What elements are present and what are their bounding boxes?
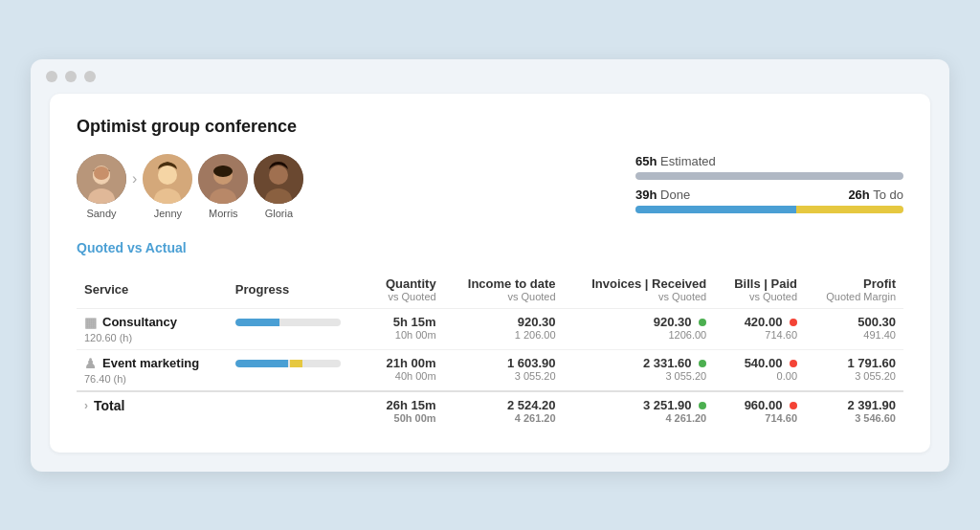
service-cell-marketing: ♟ Event marketing 76.40 (h) bbox=[77, 349, 228, 391]
invoices-dot-marketing bbox=[699, 360, 706, 367]
table-row: ♟ Event marketing 76.40 (h) 21h 00m 4 bbox=[77, 349, 903, 391]
col-quantity: Quantity vs Quoted bbox=[368, 271, 444, 309]
page-title: Optimist group conference bbox=[77, 117, 903, 137]
total-progress-cell bbox=[228, 391, 368, 430]
profit-cell-marketing: 1 791.60 3 055.20 bbox=[805, 349, 903, 391]
estimated-label: 65h Estimated bbox=[635, 154, 903, 168]
quantity-cell-marketing: 21h 00m 40h 00m bbox=[368, 349, 444, 391]
invoices-dot-consultancy bbox=[699, 319, 706, 326]
marketing-progress-bar bbox=[235, 360, 341, 367]
avatar-gloria[interactable] bbox=[254, 154, 303, 204]
marketing-bar-yellow bbox=[290, 360, 302, 367]
col-progress: Progress bbox=[228, 271, 368, 309]
quantity-cell-consultancy: 5h 15m 10h 00m bbox=[368, 308, 444, 349]
avatar-item-jenny: Jenny bbox=[143, 154, 192, 219]
total-profit-cell: 2 391.90 3 546.60 bbox=[805, 391, 903, 430]
total-invoices-dot bbox=[699, 402, 706, 409]
col-income: Income to date vs Quoted bbox=[444, 271, 564, 309]
app-window: Optimist group conference bbox=[31, 59, 949, 472]
total-bills-cell: 960.00 714.60 bbox=[714, 391, 805, 430]
bills-cell-consultancy: 420.00 714.60 bbox=[714, 308, 805, 349]
estimated-bar-fill bbox=[635, 172, 903, 180]
avatar-name-gloria: Gloria bbox=[265, 208, 293, 219]
avatar-name-jenny: Jenny bbox=[154, 208, 182, 219]
total-bills-dot bbox=[790, 402, 797, 409]
avatar-group: Sandy › Jenny bbox=[77, 154, 303, 219]
top-section: Sandy › Jenny bbox=[77, 154, 903, 219]
team-chevron: › bbox=[132, 170, 137, 188]
team-section: Sandy › Jenny bbox=[77, 154, 303, 219]
estimated-row: 65h Estimated bbox=[635, 154, 903, 180]
consultancy-icon: ▦ bbox=[84, 315, 97, 330]
profit-cell-consultancy: 500.30 491.40 bbox=[805, 308, 903, 349]
done-bar-fill bbox=[635, 206, 796, 213]
svg-point-13 bbox=[269, 166, 288, 185]
col-service: Service bbox=[77, 271, 228, 309]
total-invoices-cell: 3 251.90 4 261.20 bbox=[564, 391, 715, 430]
col-bills: Bills | Paid vs Quoted bbox=[714, 271, 805, 309]
avatar-name-morris: Morris bbox=[209, 208, 238, 219]
progress-cell-consultancy bbox=[228, 308, 368, 349]
table-header-row: Service Progress Quantity vs Quoted Inco… bbox=[77, 271, 903, 309]
window-dot-2[interactable] bbox=[65, 71, 77, 82]
quoted-vs-actual-title: Quoted vs Actual bbox=[77, 240, 903, 255]
total-chevron-icon[interactable]: › bbox=[84, 399, 88, 412]
table-total-row: › Total 26h 15m 50h 00m 2 524.20 4 261.2… bbox=[77, 391, 903, 430]
time-progress-section: 65h Estimated 39h Done 26h To do bbox=[635, 154, 903, 213]
total-quantity-cell: 26h 15m 50h 00m bbox=[368, 391, 444, 430]
invoices-cell-consultancy: 920.30 1206.00 bbox=[564, 308, 715, 349]
bills-dot-marketing bbox=[790, 360, 797, 367]
svg-point-4 bbox=[94, 166, 109, 180]
avatar-name-sandy: Sandy bbox=[86, 208, 116, 219]
avatar-item-sandy: Sandy bbox=[77, 154, 126, 219]
col-profit: Profit Quoted Margin bbox=[805, 271, 903, 309]
total-income-cell: 2 524.20 4 261.20 bbox=[444, 391, 564, 430]
marketing-bar-blue bbox=[235, 360, 288, 367]
todo-bar-fill bbox=[796, 206, 903, 213]
avatar-item-morris: Morris bbox=[198, 154, 248, 219]
data-table: Service Progress Quantity vs Quoted Inco… bbox=[77, 271, 903, 430]
income-cell-consultancy: 920.30 1 206.00 bbox=[444, 308, 564, 349]
table-row: ▦ Consultancy 120.60 (h) 5h 15m 10h 00m bbox=[77, 308, 903, 349]
window-dot-1[interactable] bbox=[46, 71, 57, 82]
invoices-cell-marketing: 2 331.60 3 055.20 bbox=[564, 349, 715, 391]
consultancy-bar-blue bbox=[235, 319, 279, 326]
service-cell-consultancy: ▦ Consultancy 120.60 (h) bbox=[77, 308, 228, 349]
income-cell-marketing: 1 603.90 3 055.20 bbox=[444, 349, 564, 391]
avatar-sandy[interactable] bbox=[77, 154, 126, 204]
col-invoices: Invoices | Received vs Quoted bbox=[564, 271, 715, 309]
bills-dot-consultancy bbox=[790, 319, 797, 326]
bills-cell-marketing: 540.00 0.00 bbox=[714, 349, 805, 391]
done-todo-bar bbox=[635, 206, 903, 213]
total-label-cell: › Total bbox=[77, 391, 228, 430]
avatar-item-gloria: Gloria bbox=[254, 154, 303, 219]
progress-cell-marketing bbox=[228, 349, 368, 391]
svg-point-6 bbox=[158, 166, 177, 185]
main-card: Optimist group conference bbox=[50, 94, 930, 453]
done-todo-labels: 39h Done 26h To do bbox=[635, 188, 903, 202]
avatar-morris[interactable] bbox=[198, 154, 248, 204]
avatar-jenny[interactable] bbox=[143, 154, 192, 204]
window-dot-3[interactable] bbox=[84, 71, 96, 82]
consultancy-progress-bar bbox=[235, 319, 341, 326]
marketing-icon: ♟ bbox=[84, 356, 97, 371]
title-bar bbox=[31, 59, 949, 94]
svg-point-11 bbox=[213, 166, 233, 177]
estimated-bar bbox=[635, 172, 903, 180]
